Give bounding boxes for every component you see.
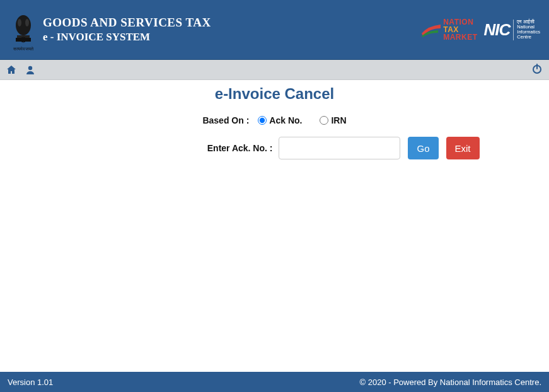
radio-ack-label: Ack No. xyxy=(269,115,302,125)
ack-label: Enter Ack. No. : xyxy=(69,143,275,153)
nic-subtext: एन आईसी National Informatics Centre xyxy=(513,20,540,40)
emblem-caption: सत्यमेव जयते xyxy=(13,47,34,52)
radio-option-irn[interactable]: IRN xyxy=(320,115,346,125)
ack-input-row: Enter Ack. No. : Go Exit xyxy=(0,137,549,159)
header-right: NATION TAX MARKET NIC एन आईसी National I… xyxy=(422,18,540,41)
app-title-1: GOODS AND SERVICES TAX xyxy=(43,16,422,30)
svg-point-3 xyxy=(18,19,21,26)
radio-irn-label: IRN xyxy=(331,115,346,125)
main-content: e-Invoice Cancel Based On : Ack No. IRN … xyxy=(0,80,549,372)
emblem-icon xyxy=(11,8,36,45)
home-icon[interactable] xyxy=(6,65,16,75)
svg-point-4 xyxy=(25,19,29,26)
radio-ack-input[interactable] xyxy=(258,116,267,125)
header-titles: GOODS AND SERVICES TAX e - INVOICE SYSTE… xyxy=(43,16,422,43)
nic-badge: NIC एन आईसी National Informatics Centre xyxy=(484,20,540,40)
national-tax-market-badge: NATION TAX MARKET xyxy=(422,18,477,41)
footer: Version 1.01 © 2020 - Powered By Nationa… xyxy=(0,372,549,392)
svg-point-6 xyxy=(28,66,32,69)
national-emblem: सत्यमेव जयते xyxy=(9,4,38,55)
footer-copyright: © 2020 - Powered By National Informatics… xyxy=(360,378,542,387)
radio-option-ack[interactable]: Ack No. xyxy=(258,115,302,125)
page-title: e-Invoice Cancel xyxy=(0,85,549,103)
toolbar xyxy=(0,60,549,80)
exit-button[interactable]: Exit xyxy=(446,137,480,159)
nic-logo-text: NIC xyxy=(484,20,511,40)
user-icon[interactable] xyxy=(25,65,35,75)
radio-irn-input[interactable] xyxy=(320,116,328,125)
footer-version: Version 1.01 xyxy=(8,378,53,387)
ntm-line-3: MARKET xyxy=(443,33,477,41)
app-title-2: e - INVOICE SYSTEM xyxy=(43,31,422,43)
based-on-row: Based On : Ack No. IRN xyxy=(0,115,549,125)
based-on-radio-group: Ack No. IRN xyxy=(258,115,346,125)
power-icon[interactable] xyxy=(531,63,543,74)
app-header: सत्यमेव जयते GOODS AND SERVICES TAX e - … xyxy=(0,0,549,60)
based-on-label: Based On : xyxy=(202,115,249,125)
ntm-swoosh-icon xyxy=(422,22,441,37)
go-button[interactable]: Go xyxy=(408,137,438,159)
ack-number-input[interactable] xyxy=(279,137,400,159)
svg-point-2 xyxy=(16,15,31,35)
